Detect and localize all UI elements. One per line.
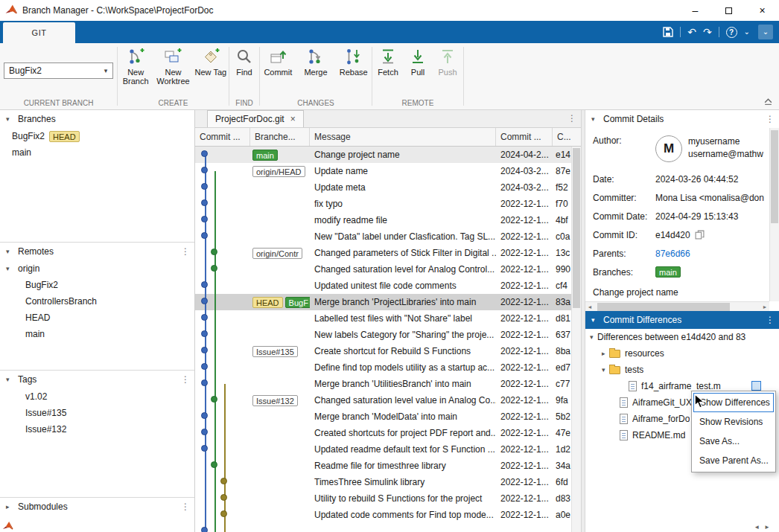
kebab-menu-icon[interactable]: ⋮ — [766, 315, 773, 325]
scroll-right-icon[interactable]: ► — [760, 304, 769, 310]
table-row[interactable]: Updated unitest file code comments2022-1… — [195, 278, 571, 294]
new-branch-button[interactable]: New Branch — [118, 47, 153, 86]
scrollbar-thumb[interactable] — [573, 148, 580, 308]
tree-root[interactable]: ▾ Differences between e14d420 and 83 — [585, 329, 779, 345]
remote-item[interactable]: BugFix2 — [0, 277, 194, 293]
table-row[interactable]: Changed saturation level for Analog Cont… — [195, 261, 571, 278]
commit-details-header[interactable]: ▾ Commit Details ⋮ — [585, 110, 779, 128]
details-vertical-scrollbar[interactable] — [769, 128, 779, 301]
remote-item[interactable]: ControllersBranch — [0, 293, 194, 310]
table-row[interactable]: Issue#135Create shortcut for Rebuild S F… — [195, 343, 571, 359]
table-row[interactable]: Merge branch 'ModelData' into main2022-1… — [195, 408, 571, 425]
tab-projectfordoc-git[interactable]: ProjectForDoc.git × — [207, 110, 304, 127]
table-row[interactable]: Define find top models utility as a star… — [195, 359, 571, 376]
table-row[interactable]: origin/ContrChanged parameters of Stick … — [195, 245, 571, 261]
table-row[interactable]: Updated code comments for Find top mode.… — [195, 507, 571, 523]
table-row[interactable]: mainChange project name2024-04-2...e14 — [195, 147, 571, 163]
scrollbar-track[interactable] — [594, 302, 760, 312]
close-button[interactable]: × — [745, 0, 779, 21]
table-row[interactable]: Readme file for timesthree library2022-1… — [195, 458, 571, 474]
table-row[interactable]: fix typo2022-12-1...f70 — [195, 196, 571, 212]
push-button[interactable]: Push — [433, 47, 462, 77]
tag-item[interactable]: v1.02 — [0, 388, 194, 405]
close-tab-icon[interactable]: × — [290, 114, 296, 124]
save-icon[interactable] — [663, 27, 673, 37]
table-row[interactable]: Update meta2024-03-2...f52 — [195, 179, 571, 196]
chevron-down-icon[interactable]: ▾ — [6, 248, 13, 255]
collapse-toolstrip-icon[interactable] — [763, 96, 773, 106]
details-horizontal-scrollbar[interactable]: ◄ ► — [585, 301, 769, 311]
table-row[interactable]: Labelled test files with "Not Share" lab… — [195, 310, 571, 327]
panel-scroll-arrows[interactable]: ◄► — [754, 524, 775, 531]
tags-panel-header[interactable]: ▾ Tags ⋮ — [0, 371, 194, 388]
remote-item[interactable]: ▾origin — [0, 260, 194, 277]
kebab-menu-icon[interactable]: ⋮ — [181, 501, 188, 512]
chevron-down-icon[interactable]: ▾ — [591, 115, 599, 123]
table-row[interactable]: New "Data" label under Clasfication. Tag… — [195, 228, 571, 245]
tag-item[interactable]: Issue#135 — [0, 405, 194, 421]
help-icon[interactable]: ? — [726, 27, 737, 38]
table-row[interactable]: Utility to rebuild S Functions for the p… — [195, 490, 571, 507]
menu-item[interactable]: Show Revisions — [693, 412, 774, 432]
file-action-indicator[interactable] — [751, 381, 761, 391]
maximize-button[interactable] — [712, 0, 745, 21]
toolstrip-options-button[interactable]: ⌄ — [758, 25, 773, 39]
undo-icon[interactable]: ↶ — [687, 26, 696, 38]
table-row[interactable]: TimesThree Simulink library2022-12-1...6… — [195, 474, 571, 490]
chevron-down-icon[interactable]: ▾ — [591, 316, 599, 324]
new-tag-button[interactable]: New Tag — [193, 47, 229, 86]
menu-item[interactable]: Save Parent As... — [693, 451, 774, 470]
table-row[interactable]: HEADBugFMerge branch 'ProjectLibraries' … — [195, 294, 571, 310]
current-branch-combobox[interactable]: BugFix2 ▾ — [4, 63, 113, 79]
minimize-button[interactable]: – — [678, 0, 712, 21]
parent-commit-link[interactable]: 87e6d66 — [655, 249, 769, 259]
remotes-panel-header[interactable]: ▾ Remotes ⋮ — [0, 243, 194, 260]
scroll-left-icon[interactable]: ◄ — [585, 304, 594, 310]
kebab-menu-icon[interactable]: ⋮ — [181, 374, 188, 385]
merge-button[interactable]: Merge — [298, 47, 334, 77]
redo-icon[interactable]: ↷ — [703, 26, 712, 38]
commit-button[interactable]: Commit — [260, 47, 296, 77]
remote-item[interactable]: main — [0, 326, 194, 342]
tree-item-folder[interactable]: ▸resources — [585, 345, 779, 362]
chevron-down-icon[interactable]: ▾ — [590, 333, 597, 341]
scroll-left-icon[interactable]: ◄ — [754, 524, 764, 531]
chevron-down-icon[interactable]: ▾ — [99, 67, 112, 74]
menu-item[interactable]: Save As... — [693, 432, 774, 451]
column-header-commit-date[interactable]: Commit ... — [496, 128, 553, 146]
chevron-right-icon[interactable]: ▸ — [602, 350, 609, 357]
table-row[interactable]: origin/HEADUpdate name2024-03-2...87e — [195, 163, 571, 179]
column-header-message[interactable]: Message — [310, 128, 496, 146]
new-worktree-button[interactable]: New Worktree — [155, 47, 191, 86]
chevron-down-icon[interactable]: ⌄ — [744, 28, 750, 36]
chevron-right-icon[interactable]: ▸ — [6, 503, 13, 510]
fetch-button[interactable]: Fetch — [374, 47, 402, 77]
remote-item[interactable]: HEAD — [0, 310, 194, 326]
column-header-branches[interactable]: Branche... — [250, 128, 310, 146]
tree-item-folder[interactable]: ▾tests — [585, 362, 779, 378]
table-row[interactable]: New labels Category for "Sharing" the pr… — [195, 327, 571, 343]
table-vertical-scrollbar[interactable] — [571, 147, 581, 532]
chevron-down-icon[interactable]: ▾ — [602, 366, 609, 374]
kebab-menu-icon[interactable]: ⋮ — [567, 113, 575, 124]
scrollbar-thumb[interactable] — [597, 303, 730, 311]
column-header-commit-id[interactable]: C... — [553, 128, 571, 146]
commit-differences-header[interactable]: ▾ Commit Differences ⋮ — [585, 311, 779, 329]
rebase-button[interactable]: Rebase — [335, 47, 372, 77]
tag-item[interactable]: Issue#132 — [0, 421, 194, 438]
menu-item[interactable]: Show Differences — [693, 393, 774, 412]
submodules-panel-header[interactable]: ▸ Submodules ⋮ — [0, 498, 194, 516]
table-row[interactable] — [195, 523, 571, 532]
copy-icon[interactable] — [695, 230, 705, 240]
scroll-right-icon[interactable]: ► — [764, 524, 775, 531]
table-row[interactable]: Issue#132Changed saturation level value … — [195, 392, 571, 408]
table-row[interactable]: modify readme file2022-12-1...4bf — [195, 212, 571, 228]
table-row[interactable]: Created shortcuts for project PDF report… — [195, 425, 571, 441]
find-button[interactable]: Find — [230, 47, 258, 77]
kebab-menu-icon[interactable]: ⋮ — [181, 246, 188, 257]
branch-item[interactable]: BugFix2HEAD — [0, 128, 194, 144]
column-header-commit-graph[interactable]: Commit ... — [195, 128, 250, 146]
branch-item[interactable]: main — [0, 144, 194, 161]
table-row[interactable]: Updated readme default text for S Functi… — [195, 441, 571, 458]
table-row[interactable]: Merge branch 'UtilitiesBranch' into main… — [195, 376, 571, 392]
